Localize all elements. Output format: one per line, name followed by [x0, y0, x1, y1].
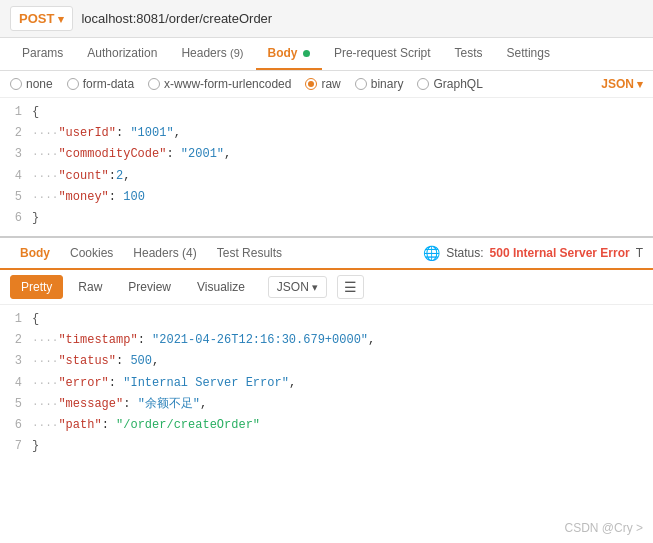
radio-urlencoded-circle [148, 78, 160, 90]
req-line-5: 5 ····"money": 100 [0, 187, 653, 208]
url-input[interactable] [81, 11, 643, 26]
method-chevron-icon [58, 11, 64, 26]
view-tabs-row: Pretty Raw Preview Visualize JSON ☰ [0, 270, 653, 305]
tab-headers[interactable]: Headers (9) [169, 38, 255, 70]
radio-graphql[interactable]: GraphQL [417, 77, 482, 91]
req-line-4: 4 ····"count":2, [0, 166, 653, 187]
res-line-1: 1 { [0, 309, 653, 330]
tab-body[interactable]: Body [256, 38, 322, 70]
response-tab-cookies[interactable]: Cookies [60, 238, 123, 270]
radio-binary-circle [355, 78, 367, 90]
res-line-4: 4 ····"error": "Internal Server Error", [0, 373, 653, 394]
view-tab-visualize[interactable]: Visualize [186, 275, 256, 299]
req-line-1: 1 { [0, 102, 653, 123]
response-tab-body[interactable]: Body [10, 238, 60, 270]
json-type-select[interactable]: JSON [601, 77, 643, 91]
request-body-editor[interactable]: 1 { 2 ····"userId": "1001", 3 ····"commo… [0, 98, 653, 238]
request-tabs: Params Authorization Headers (9) Body Pr… [0, 38, 653, 71]
res-line-3: 3 ····"status": 500, [0, 351, 653, 372]
radio-graphql-label: GraphQL [433, 77, 482, 91]
res-line-2: 2 ····"timestamp": "2021-04-26T12:16:30.… [0, 330, 653, 351]
tab-authorization[interactable]: Authorization [75, 38, 169, 70]
radio-none-circle [10, 78, 22, 90]
watermark: CSDN @Cry > [564, 521, 643, 535]
tab-pre-request[interactable]: Pre-request Script [322, 38, 443, 70]
radio-urlencoded-label: x-www-form-urlencoded [164, 77, 291, 91]
globe-icon: 🌐 [423, 245, 440, 261]
method-label: POST [19, 11, 54, 26]
time-label: T [636, 246, 643, 260]
radio-binary[interactable]: binary [355, 77, 404, 91]
method-select[interactable]: POST [10, 6, 73, 31]
response-tab-test-results[interactable]: Test Results [207, 238, 292, 270]
req-line-6: 6 } [0, 208, 653, 229]
tab-settings[interactable]: Settings [495, 38, 562, 70]
tab-params[interactable]: Params [10, 38, 75, 70]
res-line-6: 6 ····"path": "/order/createOrder" [0, 415, 653, 436]
response-body-display: 1 { 2 ····"timestamp": "2021-04-26T12:16… [0, 305, 653, 461]
body-active-dot [303, 50, 310, 57]
radio-none[interactable]: none [10, 77, 53, 91]
req-line-3: 3 ····"commodityCode": "2001", [0, 144, 653, 165]
view-tab-raw[interactable]: Raw [67, 275, 113, 299]
res-line-7: 7 } [0, 436, 653, 457]
radio-form-data-label: form-data [83, 77, 134, 91]
json-type-label: JSON [601, 77, 634, 91]
radio-form-data[interactable]: form-data [67, 77, 134, 91]
view-tab-preview[interactable]: Preview [117, 275, 182, 299]
url-bar: POST [0, 0, 653, 38]
json-chevron-icon [637, 77, 643, 91]
response-json-chevron-icon [312, 280, 318, 294]
status-code: 500 Internal Server Error [490, 246, 630, 260]
status-info: 🌐 Status: 500 Internal Server Error T [423, 245, 643, 261]
radio-raw[interactable]: raw [305, 77, 340, 91]
radio-raw-circle [305, 78, 317, 90]
radio-raw-label: raw [321, 77, 340, 91]
radio-urlencoded[interactable]: x-www-form-urlencoded [148, 77, 291, 91]
response-tabs: Body Cookies Headers (4) Test Results 🌐 … [0, 238, 653, 270]
body-type-row: none form-data x-www-form-urlencoded raw… [0, 71, 653, 98]
response-json-label: JSON [277, 280, 309, 294]
req-line-2: 2 ····"userId": "1001", [0, 123, 653, 144]
radio-none-label: none [26, 77, 53, 91]
response-tab-headers[interactable]: Headers (4) [123, 238, 206, 270]
response-json-select[interactable]: JSON [268, 276, 327, 298]
radio-graphql-circle [417, 78, 429, 90]
radio-form-data-circle [67, 78, 79, 90]
status-label: Status: [446, 246, 483, 260]
res-line-5: 5 ····"message": "余额不足", [0, 394, 653, 415]
radio-binary-label: binary [371, 77, 404, 91]
view-tab-pretty[interactable]: Pretty [10, 275, 63, 299]
filter-button[interactable]: ☰ [337, 275, 364, 299]
tab-tests[interactable]: Tests [443, 38, 495, 70]
